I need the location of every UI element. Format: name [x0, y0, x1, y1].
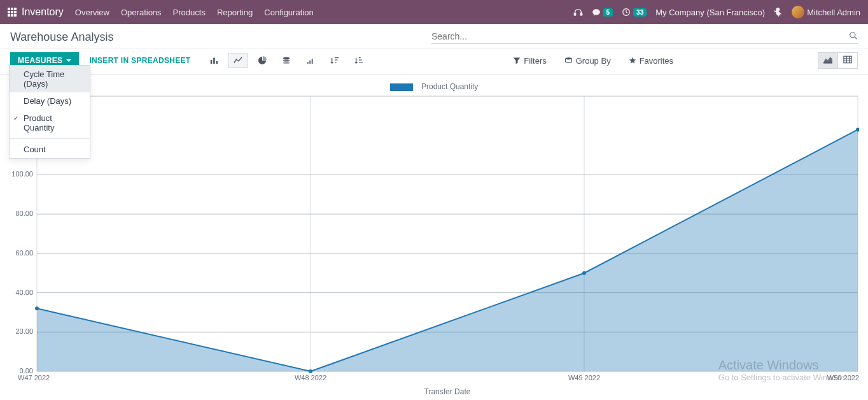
svg-point-36 — [582, 271, 586, 275]
stacked-button[interactable] — [277, 53, 296, 68]
svg-rect-5 — [214, 58, 216, 64]
svg-rect-4 — [211, 60, 213, 64]
svg-rect-15 — [844, 56, 851, 63]
pivot-view-button[interactable] — [837, 53, 857, 68]
search-icon[interactable] — [849, 31, 858, 42]
measure-cycle-time[interactable]: Cycle Time (Days) — [10, 66, 90, 92]
svg-rect-12 — [312, 59, 313, 64]
module-name[interactable]: Inventory — [22, 6, 64, 18]
activities-badge: 33 — [633, 8, 647, 17]
control-panel: MEASURES INSERT IN SPREADSHEET Filters G… — [0, 48, 868, 75]
check-icon: ✓ — [13, 115, 18, 122]
search-bar[interactable] — [431, 31, 858, 44]
svg-text:80.00: 80.00 — [15, 210, 33, 217]
chart-legend: Product Quantity — [9, 80, 859, 92]
measures-button-label: MEASURES — [18, 56, 62, 65]
svg-point-7 — [283, 57, 290, 60]
svg-point-3 — [850, 32, 855, 37]
svg-rect-1 — [580, 13, 582, 15]
user-name: Mitchell Admin — [807, 8, 860, 17]
svg-point-9 — [283, 62, 290, 64]
nav-overview[interactable]: Overview — [75, 8, 109, 17]
company-switcher[interactable]: My Company (San Francisco) — [655, 8, 765, 17]
legend-swatch — [390, 83, 413, 91]
ascending-button[interactable] — [301, 53, 320, 68]
svg-rect-10 — [307, 62, 309, 64]
messages-button[interactable]: 5 — [592, 8, 613, 17]
apps-icon[interactable] — [8, 8, 17, 17]
measure-count[interactable]: Count — [10, 141, 90, 158]
debug-icon[interactable] — [774, 8, 783, 17]
sort-desc-button[interactable] — [325, 53, 344, 68]
svg-text:40.00: 40.00 — [15, 289, 33, 296]
measures-dropdown: Cycle Time (Days) Delay (Days) ✓ Product… — [9, 65, 90, 159]
subheader: Warehouse Analysis — [0, 24, 868, 48]
filters-button[interactable]: Filters — [507, 54, 552, 68]
svg-rect-11 — [310, 61, 311, 64]
svg-text:W48 2022: W48 2022 — [295, 374, 326, 382]
svg-rect-6 — [216, 61, 218, 64]
sort-asc-button[interactable] — [349, 53, 368, 68]
line-chart-button[interactable] — [228, 53, 248, 68]
measure-delay[interactable]: Delay (Days) — [10, 92, 90, 110]
top-navbar: Inventory Overview Operations Products R… — [0, 0, 868, 24]
user-menu[interactable]: Mitchell Admin — [792, 6, 860, 18]
search-input[interactable] — [431, 31, 849, 41]
svg-text:W49 2022: W49 2022 — [568, 374, 600, 382]
legend-label: Product Quantity — [421, 82, 478, 91]
nav-products[interactable]: Products — [173, 8, 206, 17]
svg-point-34 — [35, 306, 39, 310]
graph-view-button[interactable] — [818, 53, 837, 68]
page-title: Warehouse Analysis — [10, 31, 113, 44]
svg-text:100.00: 100.00 — [11, 170, 33, 178]
activities-button[interactable]: 33 — [622, 8, 647, 17]
svg-point-8 — [283, 59, 290, 62]
nav-operations[interactable]: Operations — [121, 8, 162, 17]
svg-point-35 — [309, 369, 312, 373]
pie-chart-button[interactable] — [253, 53, 272, 68]
nav-reporting[interactable]: Reporting — [217, 8, 253, 17]
groupby-button[interactable]: Group By — [558, 54, 617, 68]
svg-text:W47 2022: W47 2022 — [18, 374, 50, 382]
svg-text:60.00: 60.00 — [15, 249, 33, 257]
avatar — [792, 6, 804, 18]
nav-configuration[interactable]: Configuration — [264, 8, 313, 17]
support-icon[interactable] — [573, 8, 583, 17]
svg-text:W50 2022: W50 2022 — [827, 374, 859, 382]
chart-svg: 0.0020.0040.0060.0080.00100.00140.00W47 … — [9, 92, 859, 397]
svg-rect-0 — [574, 13, 576, 15]
dropdown-divider — [10, 138, 90, 139]
insert-spreadsheet-button[interactable]: INSERT IN SPREADSHEET — [84, 52, 195, 69]
svg-rect-14 — [823, 62, 832, 64]
caret-down-icon — [66, 59, 71, 62]
messages-badge: 5 — [603, 8, 613, 17]
favorites-button[interactable]: Favorites — [622, 54, 680, 68]
measure-product-quantity[interactable]: ✓ Product Quantity — [10, 110, 90, 136]
bar-chart-button[interactable] — [204, 53, 223, 68]
svg-text:Transfer Date: Transfer Date — [424, 387, 471, 396]
chart-container: Product Quantity 0.0020.0040.0060.0080.0… — [0, 75, 868, 400]
view-switcher — [818, 52, 858, 69]
svg-text:20.00: 20.00 — [15, 327, 33, 335]
svg-point-13 — [565, 57, 571, 59]
